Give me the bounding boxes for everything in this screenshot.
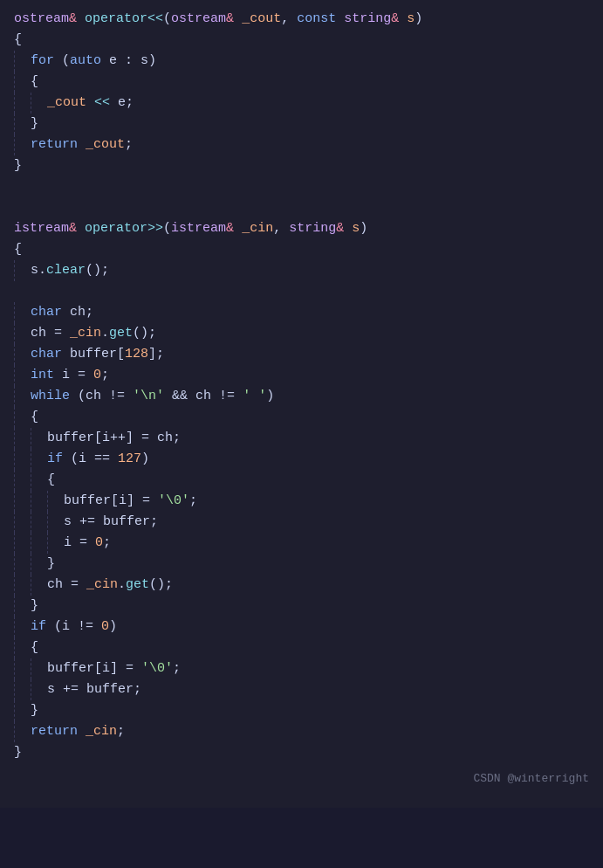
guide-bar <box>14 637 15 658</box>
code-line-13: s.clear(); <box>0 260 603 281</box>
code-line-30: if (i != 0) <box>0 617 603 637</box>
code-line-17: char buffer[128]; <box>0 344 603 365</box>
guide-bar <box>14 323 15 344</box>
guide-bar <box>47 533 48 554</box>
guide-bar <box>14 260 15 281</box>
code-line-6: } <box>0 114 603 134</box>
operator-fn: operator<< <box>85 9 163 30</box>
code-line-4: { <box>0 72 603 93</box>
guide-bar <box>31 428 31 449</box>
guide-bar <box>31 533 31 554</box>
blank-line <box>0 197 603 218</box>
guide-bar <box>14 449 15 470</box>
code-line-3: for (auto e : s) <box>0 51 603 72</box>
code-line-19: while (ch != '\n' && ch != ' ') <box>0 386 603 407</box>
ref-amp: & <box>69 9 77 30</box>
code-line-29: } <box>0 596 603 617</box>
code-line-35: return _cin; <box>0 721 603 742</box>
guide-bar <box>14 721 15 742</box>
guide-bar <box>14 679 15 700</box>
guide-bar <box>14 700 15 721</box>
blank-line <box>0 281 603 302</box>
code-line-18: int i = 0; <box>0 365 603 386</box>
guide-bar <box>31 93 31 114</box>
code-line-26: i = 0; <box>0 533 603 554</box>
guide-bar <box>14 491 15 512</box>
guide-bar <box>14 93 15 114</box>
guide-bar <box>31 658 31 679</box>
guide-bar <box>14 134 15 155</box>
guide-bar <box>14 344 15 365</box>
guide-bar <box>14 407 15 428</box>
code-line-16: ch = _cin.get(); <box>0 323 603 344</box>
guide-bar <box>47 512 48 533</box>
guide-bar <box>31 491 31 512</box>
watermark: CSDN @winterright <box>0 763 603 799</box>
guide-bar <box>14 51 15 72</box>
code-line-36: } <box>0 742 603 763</box>
code-line-25: s += buffer; <box>0 512 603 533</box>
keyword-ostream: ostream <box>14 9 69 30</box>
guide-bar <box>14 302 15 323</box>
guide-bar <box>14 617 15 637</box>
guide-bar <box>47 491 48 512</box>
code-line-27: } <box>0 554 603 575</box>
guide-bar <box>14 596 15 617</box>
guide-bar <box>31 575 31 596</box>
guide-bar <box>14 365 15 386</box>
code-block: ostream& operator<<(ostream& _cout, cons… <box>0 0 603 808</box>
guide-bar <box>31 470 31 491</box>
guide-bar <box>31 512 31 533</box>
guide-bar <box>31 449 31 470</box>
blank-line <box>0 176 603 197</box>
space <box>77 9 85 30</box>
guide-bar <box>14 470 15 491</box>
guide-bar <box>14 575 15 596</box>
guide-bar <box>14 114 15 134</box>
code-line-22: if (i == 127) <box>0 449 603 470</box>
code-line-2: { <box>0 30 603 51</box>
code-line-20: { <box>0 407 603 428</box>
code-line-1: ostream& operator<<(ostream& _cout, cons… <box>0 9 603 30</box>
code-line-5: _cout << e; <box>0 93 603 114</box>
code-line-31: { <box>0 637 603 658</box>
guide-bar <box>14 658 15 679</box>
guide-bar <box>14 533 15 554</box>
guide-bar <box>14 554 15 575</box>
code-line-34: } <box>0 700 603 721</box>
guide-bar <box>31 679 31 700</box>
code-line-28: ch = _cin.get(); <box>0 575 603 596</box>
code-line-11: istream& operator>>(istream& _cin, strin… <box>0 218 603 239</box>
code-line-33: s += buffer; <box>0 679 603 700</box>
code-line-32: buffer[i] = '\0'; <box>0 658 603 679</box>
code-line-21: buffer[i++] = ch; <box>0 428 603 449</box>
code-line-7: return _cout; <box>0 134 603 155</box>
code-line-15: char ch; <box>0 302 603 323</box>
code-line-24: buffer[i] = '\0'; <box>0 491 603 512</box>
guide-bar <box>14 386 15 407</box>
code-line-12: { <box>0 239 603 260</box>
guide-bar <box>14 72 15 93</box>
code-line-8: } <box>0 155 603 176</box>
guide-bar <box>14 428 15 449</box>
guide-bar <box>31 554 31 575</box>
guide-bar <box>14 512 15 533</box>
code-line-23: { <box>0 470 603 491</box>
